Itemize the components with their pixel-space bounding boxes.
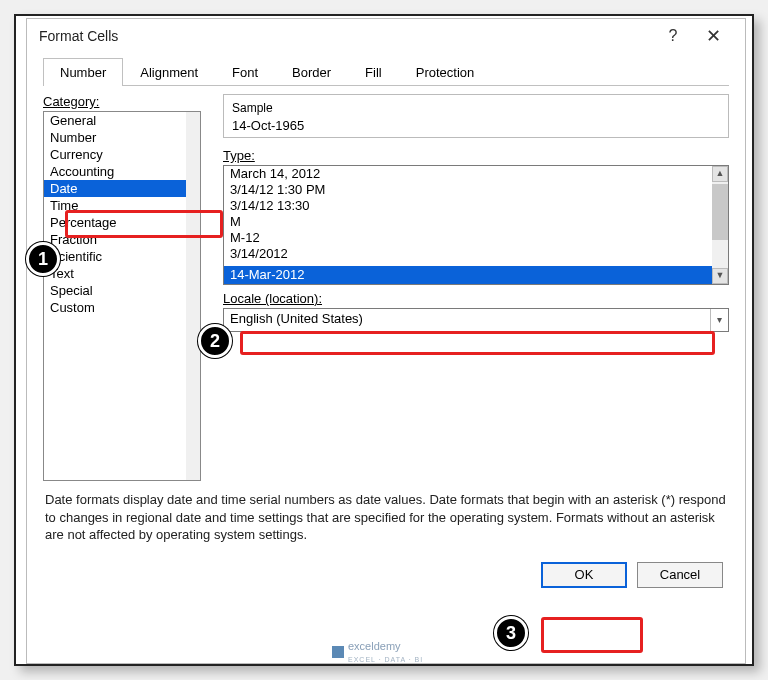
- type-list[interactable]: March 14, 2012 3/14/12 1:30 PM 3/14/12 1…: [223, 165, 729, 285]
- scroll-down-icon[interactable]: ▼: [712, 268, 728, 284]
- category-item-time[interactable]: Time: [44, 197, 200, 214]
- type-label: Type:: [223, 148, 729, 163]
- callout-badge-3: 3: [494, 616, 528, 650]
- type-item-selected[interactable]: 14-Mar-2012: [224, 266, 712, 284]
- locale-label: Locale (location):: [223, 291, 729, 306]
- category-item-special[interactable]: Special: [44, 282, 200, 299]
- watermark: exceldemy EXCEL · DATA · BI: [332, 640, 423, 664]
- scroll-thumb[interactable]: [712, 184, 728, 240]
- category-item-date[interactable]: Date: [44, 180, 200, 197]
- category-item-general[interactable]: General: [44, 112, 200, 129]
- category-list[interactable]: General Number Currency Accounting Date …: [43, 111, 201, 481]
- type-scrollbar[interactable]: ▲ ▼: [712, 166, 728, 284]
- type-item[interactable]: 3/14/12 1:30 PM: [224, 182, 728, 198]
- type-item[interactable]: 3/14/2012: [224, 246, 728, 262]
- dialog-title: Format Cells: [39, 28, 118, 44]
- tab-strip: Number Alignment Font Border Fill Protec…: [43, 57, 729, 86]
- category-item-accounting[interactable]: Accounting: [44, 163, 200, 180]
- sample-group: Sample 14-Oct-1965: [223, 94, 729, 138]
- category-item-currency[interactable]: Currency: [44, 146, 200, 163]
- watermark-icon: [332, 646, 344, 658]
- type-item[interactable]: 3/14/12 13:30: [224, 198, 728, 214]
- tab-number[interactable]: Number: [43, 58, 123, 86]
- watermark-sub: EXCEL · DATA · BI: [348, 656, 423, 663]
- titlebar: Format Cells ? ✕: [27, 19, 745, 53]
- callout-badge-1: 1: [26, 242, 60, 276]
- tab-alignment[interactable]: Alignment: [123, 58, 215, 86]
- tab-fill[interactable]: Fill: [348, 58, 399, 86]
- category-item-percentage[interactable]: Percentage: [44, 214, 200, 231]
- help-button[interactable]: ?: [653, 27, 693, 45]
- sample-label: Sample: [232, 101, 720, 115]
- tab-border[interactable]: Border: [275, 58, 348, 86]
- tab-font[interactable]: Font: [215, 58, 275, 86]
- ok-button[interactable]: OK: [541, 562, 627, 588]
- category-item-fraction[interactable]: Fraction: [44, 231, 200, 248]
- category-item-number[interactable]: Number: [44, 129, 200, 146]
- sample-value: 14-Oct-1965: [232, 118, 720, 133]
- watermark-name: exceldemy: [348, 640, 401, 652]
- type-item[interactable]: March 14, 2012: [224, 166, 728, 182]
- tab-protection[interactable]: Protection: [399, 58, 492, 86]
- type-item[interactable]: M: [224, 214, 728, 230]
- category-item-text[interactable]: Text: [44, 265, 200, 282]
- category-item-custom[interactable]: Custom: [44, 299, 200, 316]
- category-item-scientific[interactable]: Scientific: [44, 248, 200, 265]
- type-item[interactable]: M-12: [224, 230, 728, 246]
- locale-value: English (United States): [230, 311, 363, 326]
- chevron-down-icon[interactable]: ▾: [710, 309, 728, 331]
- description-text: Date formats display date and time seria…: [43, 481, 729, 562]
- callout-badge-2: 2: [198, 324, 232, 358]
- cancel-button[interactable]: Cancel: [637, 562, 723, 588]
- format-cells-dialog: Format Cells ? ✕ Number Alignment Font B…: [26, 18, 746, 664]
- close-button[interactable]: ✕: [693, 25, 733, 47]
- scroll-up-icon[interactable]: ▲: [712, 166, 728, 182]
- category-scrollbar[interactable]: [186, 112, 200, 480]
- locale-select[interactable]: English (United States) ▾: [223, 308, 729, 332]
- category-label: Category:: [43, 94, 211, 109]
